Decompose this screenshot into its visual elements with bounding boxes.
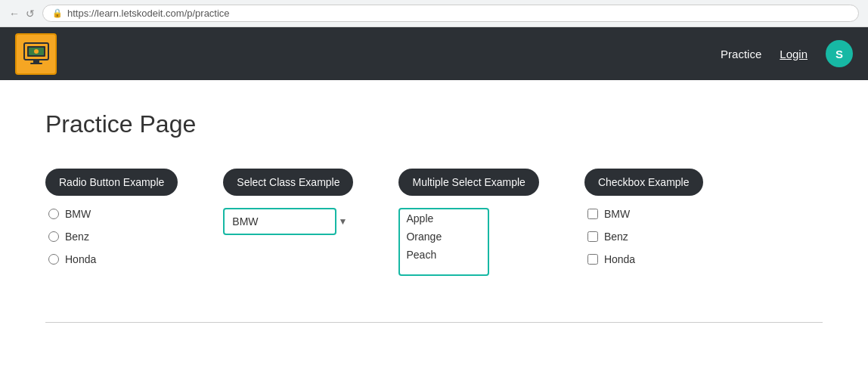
- radio-honda-label: Honda: [65, 253, 96, 265]
- multi-option-apple: Apple: [400, 209, 488, 228]
- back-icon[interactable]: ←: [9, 8, 20, 20]
- radio-bmw[interactable]: BMW: [48, 208, 178, 220]
- reload-icon[interactable]: ↺: [26, 8, 35, 20]
- examples-row: Radio Button Example BMW Benz Honda Sele…: [45, 169, 823, 277]
- checkbox-honda-label: Honda: [604, 253, 635, 265]
- checkbox-bmw[interactable]: BMW: [587, 208, 703, 220]
- car-select[interactable]: BMW Benz Honda: [223, 208, 336, 235]
- page-title: Practice Page: [45, 110, 823, 138]
- checkbox-benz-input[interactable]: [587, 231, 598, 242]
- checkbox-honda[interactable]: Honda: [587, 253, 703, 265]
- multi-select-section: Multiple Select Example Apple Orange Pea…: [398, 169, 538, 277]
- radio-group: BMW Benz Honda: [45, 208, 178, 265]
- page-content: Practice Page Radio Button Example BMW B…: [0, 80, 868, 353]
- multi-option-peach: Peach: [400, 246, 488, 264]
- site-logo[interactable]: [15, 33, 57, 75]
- url-text: https://learn.letskodeit.com/p/practice: [67, 8, 230, 19]
- radio-benz-label: Benz: [65, 231, 89, 243]
- checkbox-section: Checkbox Example BMW Benz Honda: [584, 169, 703, 265]
- select-arrow-icon: ▼: [339, 216, 348, 227]
- nav-login-link[interactable]: Login: [780, 48, 808, 60]
- checkbox-bmw-input[interactable]: [587, 209, 598, 219]
- logo-icon: [23, 40, 50, 67]
- nav-avatar[interactable]: S: [826, 40, 853, 67]
- site-header: Practice Login S: [0, 27, 868, 80]
- radio-section: Radio Button Example BMW Benz Honda: [45, 169, 178, 265]
- select-wrapper: BMW Benz Honda ▼: [223, 208, 353, 235]
- fruit-multi-select[interactable]: Apple Orange Peach: [398, 208, 489, 276]
- address-bar[interactable]: 🔒 https://learn.letskodeit.com/p/practic…: [42, 5, 859, 22]
- multi-option-orange: Orange: [400, 228, 488, 246]
- radio-benz[interactable]: Benz: [48, 231, 178, 243]
- page-divider: [45, 322, 823, 323]
- multi-select-wrapper: Apple Orange Peach: [398, 208, 538, 277]
- checkbox-group: BMW Benz Honda: [584, 208, 703, 265]
- multi-select-header: Multiple Select Example: [398, 169, 538, 196]
- checkbox-honda-input[interactable]: [587, 254, 598, 265]
- site-nav: Practice Login S: [721, 40, 853, 67]
- nav-practice-link[interactable]: Practice: [721, 48, 761, 60]
- browser-nav-icons: ← ↺: [9, 8, 35, 20]
- radio-honda-input[interactable]: [48, 254, 59, 265]
- checkbox-bmw-label: BMW: [604, 208, 630, 220]
- select-section-header: Select Class Example: [223, 169, 353, 196]
- radio-benz-input[interactable]: [48, 231, 59, 242]
- checkbox-benz-label: Benz: [604, 231, 628, 243]
- lock-icon: 🔒: [52, 8, 63, 18]
- svg-point-3: [34, 49, 39, 54]
- checkbox-section-header: Checkbox Example: [584, 169, 703, 196]
- radio-section-header: Radio Button Example: [45, 169, 178, 196]
- radio-bmw-label: BMW: [65, 208, 91, 220]
- select-section: Select Class Example BMW Benz Honda ▼: [223, 169, 353, 235]
- radio-honda[interactable]: Honda: [48, 253, 178, 265]
- radio-bmw-input[interactable]: [48, 209, 59, 219]
- svg-rect-4: [33, 60, 39, 63]
- browser-bar: ← ↺ 🔒 https://learn.letskodeit.com/p/pra…: [0, 0, 868, 27]
- svg-rect-5: [30, 63, 42, 64]
- checkbox-benz[interactable]: Benz: [587, 231, 703, 243]
